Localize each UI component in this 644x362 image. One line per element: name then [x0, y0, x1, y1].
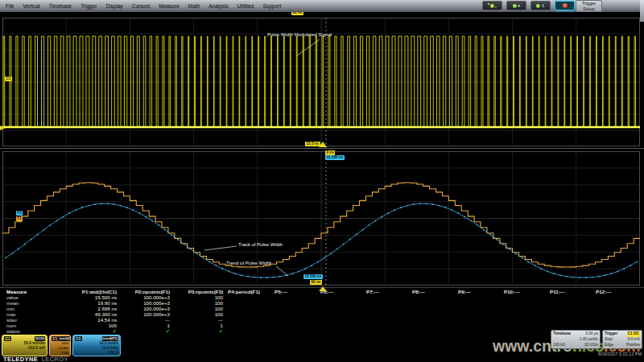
menu-item-measure[interactable]: Measure [159, 3, 180, 9]
measure-value-cell [364, 306, 410, 311]
toolbar-button-autosetup[interactable] [482, 1, 502, 10]
step-icon: ↥ [541, 3, 544, 8]
trigger-setup-label-2: Setup [583, 6, 594, 11]
measure-value-cell [225, 317, 272, 323]
measure-value-cell [593, 300, 644, 306]
trigger-level: 0.0 mV [628, 337, 640, 343]
f3-chip: F3 [75, 336, 82, 341]
measure-value-cell [272, 317, 318, 323]
f3-cursor-readout-badge[interactable]: 15.500 ns [325, 155, 345, 160]
measure-value-cell [502, 328, 547, 334]
measure-column-header[interactable]: P11:--- [547, 289, 593, 294]
menu-item-math[interactable]: Math [188, 3, 200, 9]
measure-value-cell [410, 317, 456, 323]
trigger-label: Trigger [605, 331, 617, 337]
timebase-rate: 10 GS/s [584, 343, 598, 348]
measure-value-cell [410, 306, 456, 311]
measure-column-header[interactable]: P7:--- [364, 289, 410, 294]
measure-value-cell [364, 328, 410, 334]
toolbar-button-arm[interactable]: ▾ [506, 1, 526, 10]
chevron-down-icon: ▾ [518, 3, 520, 8]
measure-column-header[interactable]: P9:--- [456, 289, 502, 294]
timebase-box[interactable]: Timebase 0.00 µs 1.00 µs/div 100 kS 10 G… [551, 330, 601, 349]
menu-item-trigger[interactable]: Trigger [80, 3, 97, 9]
c1-descriptor-box[interactable]: C1 DC50 50.0 mV/div -152.5 mV [2, 335, 47, 356]
measure-value-cell [456, 311, 502, 317]
measure-column-header[interactable]: P6:--- [318, 289, 364, 294]
measure-value-cell [318, 323, 364, 328]
measure-row-label: sdev [0, 317, 39, 323]
measure-value-cell [547, 306, 593, 311]
menu-item-cursors[interactable]: Cursors [132, 3, 151, 9]
menu-item-analysis[interactable]: Analysis [208, 3, 228, 9]
measure-value-cell [456, 294, 502, 300]
measure-value-cell [547, 317, 593, 323]
menu-item-file[interactable]: File [6, 3, 14, 9]
f3-descriptor-box[interactable]: F3 trend(P1) 10.0 ns/div 10.0 #/div 500 … [72, 335, 121, 356]
menu-item-timebase[interactable]: Timebase [49, 3, 72, 9]
measure-column-header[interactable]: P12:--- [593, 289, 644, 294]
measure-column-header[interactable]: P3:npoints(F3) [172, 289, 225, 294]
toolbar-button-stop[interactable] [555, 1, 575, 10]
menubar-right-strip [640, 0, 644, 22]
measure-value-cell [547, 311, 593, 317]
logo-teledyne: TELEDYNE [3, 356, 38, 362]
measure-value-cell [225, 323, 272, 328]
measure-value-cell: 19.90 ns [39, 300, 119, 306]
trigger-box[interactable]: Trigger C1 DC Stop 0.0 mV Edge Positive [602, 330, 642, 349]
timebase-position: 0.00 µs [585, 331, 598, 337]
measure-value-cell: 100.000e+3 [119, 294, 172, 300]
measure-table-title: Measure [0, 289, 39, 294]
measure-value-cell: 100.000e+3 [119, 306, 172, 311]
f3-trace-label-badge[interactable]: F3 [16, 211, 23, 216]
trigger-setup-button[interactable]: Trigger Setup [576, 0, 602, 12]
f-grid-svg [2, 151, 640, 286]
f3-cursor-readout-badge-bottom[interactable]: 15.500 ns [303, 274, 323, 279]
timebase-label: Timebase [553, 331, 571, 337]
c1-cursor-readout-badge[interactable]: 15.5 ns [305, 142, 320, 146]
f1-chip: F1 [52, 336, 59, 341]
menu-item-utilities[interactable]: Utilities [237, 3, 254, 9]
measure-value-cell: --- [119, 317, 172, 323]
measure-value-cell [225, 306, 272, 311]
c1-grid-svg [2, 18, 640, 146]
measure-value-cell [410, 311, 456, 317]
measure-value-cell: 1 [119, 323, 172, 328]
measure-column-header[interactable]: P8:--- [410, 289, 456, 294]
f1-trace-label-badge[interactable]: F1 [16, 216, 23, 221]
f1-vdiv: 10.0 ns/div [52, 341, 68, 351]
measure-value-cell [225, 300, 272, 306]
trigger-source-chip: C1 DC [627, 331, 640, 337]
measure-value-cell [225, 311, 272, 317]
c1-zero-level-marker[interactable] [0, 125, 6, 130]
toolbar-button-single[interactable]: ↥ [530, 1, 551, 10]
measure-value-cell [593, 317, 644, 323]
menu-item-support[interactable]: Support [262, 3, 281, 9]
measure-value-cell: 100 [172, 300, 225, 306]
green-orb-icon [536, 4, 540, 8]
measure-value-cell: 100 [172, 294, 225, 300]
measure-value-cell [225, 328, 272, 334]
f1-descriptor-box[interactable]: F1 track(P1) 10.0 ns/div 1.00 µs/div [49, 335, 71, 356]
menu-item-display[interactable]: Display [105, 3, 122, 9]
measure-column-header[interactable]: P1:wid@lv(C1) [39, 289, 119, 294]
measure-value-cell [456, 328, 502, 334]
measure-column-header[interactable]: P5:--- [272, 289, 318, 294]
measure-column-header[interactable]: P2:npoints(F1) [119, 289, 172, 294]
measure-value-cell [272, 294, 318, 300]
measure-value-cell [364, 323, 410, 328]
oscilloscope-screen: FileVerticalTimebaseTriggerDisplayCursor… [0, 0, 644, 362]
f3-samples: 500 S [75, 351, 118, 356]
measure-column-header[interactable]: P10:--- [502, 289, 547, 294]
c1-trace-label-badge[interactable]: C1 [5, 76, 12, 81]
measure-value-cell [364, 300, 410, 306]
measure-value-cell: 15.500 ns [39, 294, 119, 300]
grid-divider [0, 148, 644, 149]
measure-column-header[interactable]: P4:period(F1) [225, 289, 272, 294]
measure-row-label: min [0, 306, 39, 311]
menu-item-vertical[interactable]: Vertical [23, 3, 39, 9]
pwm-annotation: Pulse Width Modulated Signal [267, 32, 332, 37]
measure-value-cell [272, 300, 318, 306]
green-orb-icon [513, 4, 517, 8]
cursor-time-badge-bottom[interactable]: 60 ns [310, 280, 322, 285]
